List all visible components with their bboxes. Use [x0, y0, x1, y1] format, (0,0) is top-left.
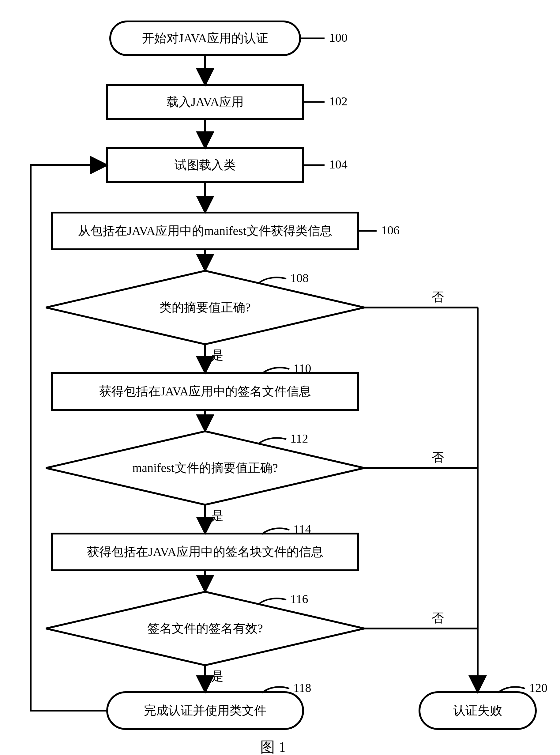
node-110-shape: [52, 373, 358, 410]
flowchart-svg: [0, 0, 560, 755]
leader-108: [259, 278, 286, 283]
node-106-shape: [52, 213, 358, 249]
node-118-shape: [107, 692, 303, 729]
flowchart-stage: 开始对JAVA应用的认证 载入JAVA应用 试图载入类 从包括在JAVA应用中的…: [0, 0, 560, 755]
node-112-shape: [46, 431, 364, 505]
leader-116: [259, 598, 286, 604]
node-104-shape: [107, 148, 303, 182]
node-108-shape: [46, 271, 364, 344]
node-100-shape: [110, 21, 300, 55]
node-120-shape: [419, 692, 536, 729]
leader-112: [259, 438, 286, 443]
node-114-shape: [52, 534, 358, 570]
node-116-shape: [46, 592, 364, 665]
node-102-shape: [107, 85, 303, 119]
edge-118-loop-104: [31, 165, 107, 711]
